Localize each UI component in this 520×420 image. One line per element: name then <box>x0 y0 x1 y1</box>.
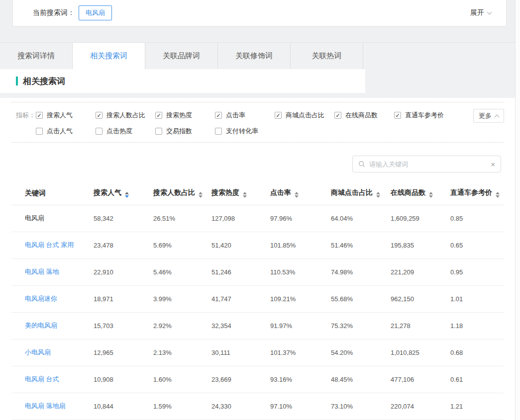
value-cell: 93.16% <box>270 366 331 393</box>
metric-row-2: 点击人气点击热度交易指数支付转化率 <box>11 126 504 136</box>
value-cell: 10,844 <box>94 393 153 420</box>
table-row: 电风扇迷你18,9713.99%41,747109.21%55.68%962,1… <box>11 285 504 312</box>
keyword-cell: 电风扇迷你 <box>11 285 94 312</box>
more-metrics-button[interactable]: 更多 <box>473 109 504 123</box>
tab-4[interactable]: 关联热词 <box>291 43 363 69</box>
column-header-4[interactable]: 点击率 <box>270 182 331 205</box>
column-label: 搜索人气 <box>94 188 121 196</box>
value-cell: 1.18 <box>450 312 504 339</box>
value-cell: 1.01 <box>450 285 504 312</box>
keyword-search-box: × <box>352 156 501 172</box>
metrics-filter-block: 指标： ✓搜索人气✓搜索人数占比✓搜索热度✓点击率✓商城点击占比✓在线商品数✓直… <box>11 102 504 143</box>
sort-icon[interactable] <box>295 192 299 198</box>
metric-checkbox-item[interactable]: ✓直通车参考价 <box>394 111 454 120</box>
metric-label[interactable]: 直通车参考价 <box>405 111 444 120</box>
metric-label[interactable]: 支付转化率 <box>226 127 258 136</box>
checkbox-checked-icon[interactable]: ✓ <box>215 112 222 119</box>
tab-2[interactable]: 关联品牌词 <box>145 43 218 69</box>
value-cell: 110.53% <box>270 258 331 285</box>
value-cell: 48.45% <box>331 366 391 393</box>
metric-label[interactable]: 商城点击占比 <box>286 111 324 120</box>
table-body: 电风扇58,34226.51%127,09897.96%64.04%1,609,… <box>11 205 504 420</box>
metric-checkbox-item[interactable]: ✓点击率 <box>215 111 275 120</box>
keyword-link[interactable]: 电风扇 落地扇 <box>25 402 66 410</box>
column-label: 直通车参考价 <box>450 188 492 196</box>
keyword-cell: 美的电风扇 <box>11 312 94 339</box>
column-header-5[interactable]: 商城点击占比 <box>331 182 391 205</box>
keyword-link[interactable]: 电风扇 台式 <box>25 375 59 383</box>
current-search-card: 当前搜索词： 电风扇 展开 <box>12 0 507 26</box>
keyword-link[interactable]: 小电风扇 <box>25 348 51 356</box>
column-header-3[interactable]: 搜索热度 <box>211 182 270 205</box>
value-cell: 97.10% <box>270 393 331 420</box>
value-cell: 24,330 <box>211 393 270 420</box>
sort-icon[interactable] <box>125 192 129 198</box>
keyword-link[interactable]: 电风扇 落地 <box>25 268 59 275</box>
metric-checkbox-item[interactable]: ✓搜索热度 <box>155 111 215 120</box>
metric-checkbox-item[interactable]: ✓搜索人数占比 <box>96 111 155 120</box>
current-keyword-button[interactable]: 电风扇 <box>79 5 112 20</box>
value-cell: 97.96% <box>270 205 331 232</box>
metric-checkbox-item[interactable]: 点击人气 <box>36 127 96 136</box>
value-cell: 2.92% <box>153 312 211 339</box>
metric-label[interactable]: 点击率 <box>226 111 245 120</box>
column-header-6[interactable]: 在线商品数 <box>391 182 450 205</box>
metric-checkbox-item[interactable]: ✓在线商品数 <box>334 111 394 120</box>
metric-checkbox-item[interactable]: 支付转化率 <box>215 127 275 136</box>
checkbox-checked-icon[interactable]: ✓ <box>275 112 282 119</box>
tabs-area: 搜索词详情相关搜索词关联品牌词关联修饰词关联热词 相关搜索词 <box>0 42 515 98</box>
value-cell: 32,354 <box>211 312 270 339</box>
column-header-1[interactable]: 搜索人气 <box>94 182 153 205</box>
column-header-2[interactable]: 搜索人数占比 <box>153 182 211 205</box>
value-cell: 74.98% <box>331 258 391 285</box>
expand-label: 展开 <box>470 8 484 17</box>
metric-label[interactable]: 点击热度 <box>106 127 132 136</box>
checkbox-unchecked-icon[interactable] <box>155 128 162 135</box>
keyword-link[interactable]: 美的电风扇 <box>25 322 57 329</box>
sort-icon[interactable] <box>429 192 433 198</box>
checkbox-checked-icon[interactable]: ✓ <box>334 112 341 119</box>
value-cell: 26.51% <box>153 205 211 232</box>
tab-3[interactable]: 关联修饰词 <box>218 43 291 69</box>
checkbox-unchecked-icon[interactable] <box>215 128 222 135</box>
table-row: 电风扇58,34226.51%127,09897.96%64.04%1,609,… <box>11 205 504 232</box>
value-cell: 3.99% <box>153 285 211 312</box>
metric-checkbox-item[interactable]: 点击热度 <box>96 127 155 136</box>
value-cell: 195,835 <box>391 232 450 258</box>
metric-checkbox-item[interactable]: ✓搜索人气 <box>36 111 96 120</box>
keyword-link[interactable]: 电风扇 台式 家用 <box>25 241 74 249</box>
metric-label[interactable]: 在线商品数 <box>345 111 378 120</box>
sort-icon[interactable] <box>243 192 247 198</box>
tab-0[interactable]: 搜索词详情 <box>0 43 73 69</box>
sort-icon[interactable] <box>199 192 203 198</box>
scrollbar-track[interactable] <box>515 0 520 420</box>
checkbox-unchecked-icon[interactable] <box>96 128 103 135</box>
table-row: 电风扇 台式 家用23,4785.69%51,420101.85%51.46%1… <box>11 232 504 258</box>
metric-label[interactable]: 交易指数 <box>166 127 192 136</box>
metric-label[interactable]: 搜索人数占比 <box>106 111 145 120</box>
checkbox-unchecked-icon[interactable] <box>36 128 43 135</box>
tab-1[interactable]: 相关搜索词 <box>73 43 145 69</box>
metric-label[interactable]: 搜索人气 <box>47 111 73 120</box>
checkbox-checked-icon[interactable]: ✓ <box>394 112 401 119</box>
keyword-link[interactable]: 电风扇迷你 <box>25 295 57 302</box>
value-cell: 23,478 <box>94 232 153 258</box>
sort-icon[interactable] <box>496 192 500 198</box>
metric-label[interactable]: 点击人气 <box>47 127 73 136</box>
metric-checkbox-item[interactable]: 交易指数 <box>155 127 215 136</box>
chevron-up-icon <box>495 114 500 119</box>
keyword-search-input[interactable] <box>369 161 487 168</box>
clear-search-icon[interactable]: × <box>491 161 495 168</box>
table-row: 美的电风扇15,7032.92%32,35491.97%75.32%21,278… <box>11 312 504 339</box>
checkbox-checked-icon[interactable]: ✓ <box>155 112 162 119</box>
table-row: 小电风扇12,9652.13%30,111101.37%54.20%1,010,… <box>11 339 504 366</box>
sort-icon[interactable] <box>376 192 380 198</box>
metric-label[interactable]: 搜索热度 <box>166 111 192 120</box>
column-header-7[interactable]: 直通车参考价 <box>450 182 504 205</box>
checkbox-checked-icon[interactable]: ✓ <box>96 112 103 119</box>
metric-checkbox-item[interactable]: ✓商城点击占比 <box>275 111 334 120</box>
checkbox-checked-icon[interactable]: ✓ <box>36 112 43 119</box>
main-panel: 指标： ✓搜索人气✓搜索人数占比✓搜索热度✓点击率✓商城点击占比✓在线商品数✓直… <box>0 98 515 420</box>
tab-row: 搜索词详情相关搜索词关联品牌词关联修饰词关联热词 <box>0 43 515 69</box>
expand-toggle[interactable]: 展开 <box>470 8 491 17</box>
